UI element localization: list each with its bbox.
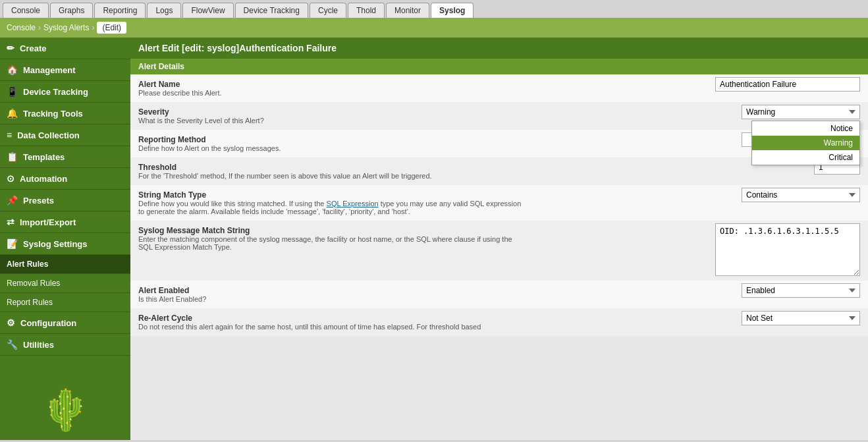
threshold-label: Threshold: [138, 160, 528, 172]
tab-cycle[interactable]: Cycle: [310, 3, 346, 18]
device-tracking-icon: 📱: [7, 86, 18, 97]
sidebar-item-removal-rules[interactable]: Removal Rules: [0, 274, 130, 293]
severity-select[interactable]: Notice Warning Critical: [742, 105, 860, 119]
sidebar-item-management[interactable]: 🏠 Management: [0, 59, 130, 81]
sidebar-item-tracking-tools[interactable]: 🔔 Tracking Tools: [0, 103, 130, 124]
string-match-type-desc: Define how you would like this string ma…: [138, 200, 528, 218]
presets-icon: 📌: [7, 195, 18, 206]
sidebar-item-utilities[interactable]: 🔧 Utilities: [0, 334, 130, 356]
severity-option-warning-item[interactable]: Warning: [752, 136, 859, 150]
alert-enabled-select[interactable]: Enabled Disabled: [742, 283, 860, 298]
sidebar-label-presets: Presets: [23, 196, 54, 206]
tab-console[interactable]: Console: [3, 3, 49, 18]
sidebar-label-tracking-tools: Tracking Tools: [23, 109, 83, 119]
cactus-area: 🌵: [0, 356, 130, 440]
data-collection-icon: ≡: [7, 130, 12, 140]
sidebar-item-templates[interactable]: 📋 Templates: [0, 146, 130, 168]
syslog-match-string-value-cell: OID: .1.3.6.1.6.3.1.1.5.5: [536, 221, 868, 281]
sql-link[interactable]: SQL Expression: [327, 200, 379, 207]
management-icon: 🏠: [7, 65, 18, 75]
field-label-cell: Re-Alert Cycle Do not resend this alert …: [130, 308, 536, 336]
sidebar-item-automation[interactable]: ⊙ Automation: [0, 168, 130, 190]
sidebar-label-management: Management: [23, 65, 75, 75]
import-export-icon: ⇄: [7, 217, 14, 227]
tab-flowview[interactable]: FlowView: [182, 3, 233, 18]
re-alert-cycle-value-cell: Not Set 5 Minutes 15 Minutes 30 Minutes …: [536, 308, 868, 336]
breadcrumb: Console › Syslog Alerts › (Edit): [0, 18, 868, 38]
sidebar-label-automation: Automation: [20, 174, 67, 184]
field-label-cell: Alert Name Please describe this Alert.: [130, 74, 536, 102]
utilities-icon: 🔧: [7, 339, 18, 350]
field-label-cell: Reporting Method Define how to Alert on …: [130, 130, 536, 157]
breadcrumb-console[interactable]: Console: [7, 23, 36, 32]
sidebar-label-import-export: Import/Export: [20, 217, 76, 227]
re-alert-cycle-select[interactable]: Not Set 5 Minutes 15 Minutes 30 Minutes …: [742, 311, 860, 325]
re-alert-cycle-label: Re-Alert Cycle: [138, 311, 528, 323]
tab-device-tracking[interactable]: Device Tracking: [235, 3, 308, 18]
sidebar-label-syslog-settings: Syslog Settings: [23, 239, 88, 249]
sidebar-item-import-export[interactable]: ⇄ Import/Export: [0, 211, 130, 233]
tab-monitor[interactable]: Monitor: [386, 3, 429, 18]
table-row: Alert Name Please describe this Alert.: [130, 74, 868, 102]
table-row: Re-Alert Cycle Do not resend this alert …: [130, 308, 868, 336]
sidebar-item-alert-rules[interactable]: Alert Rules: [0, 255, 130, 274]
tab-reporting[interactable]: Reporting: [94, 3, 146, 18]
tab-syslog[interactable]: Syslog: [431, 3, 474, 18]
re-alert-cycle-desc: Do not resend this alert again for the s…: [138, 323, 528, 333]
main-content: Alert Edit [edit: syslog]Authentication …: [130, 38, 868, 440]
sidebar-item-device-tracking[interactable]: 📱 Device Tracking: [0, 81, 130, 103]
severity-label: Severity: [138, 105, 528, 117]
string-match-type-label: String Match Type: [138, 188, 528, 200]
sidebar-item-syslog-settings[interactable]: 📝 Syslog Settings: [0, 233, 130, 255]
main-layout: ✏ Create 🏠 Management 📱 Device Tracking …: [0, 38, 868, 440]
sidebar-item-report-rules[interactable]: Report Rules: [0, 293, 130, 312]
page-title: Alert Edit [edit: syslog]Authentication …: [130, 38, 868, 59]
string-match-type-value-cell: Contains Exact SQL Expression: [536, 185, 868, 221]
templates-icon: 📋: [7, 152, 18, 162]
severity-option-notice-item[interactable]: Notice: [752, 121, 859, 136]
breadcrumb-syslog-alerts[interactable]: Syslog Alerts: [43, 23, 89, 32]
severity-option-critical-item[interactable]: Critical: [752, 150, 859, 165]
string-match-type-select[interactable]: Contains Exact SQL Expression: [742, 188, 860, 202]
field-label-cell: Alert Enabled Is this Alert Enabled?: [130, 281, 536, 308]
reporting-method-label: Reporting Method: [138, 132, 528, 144]
threshold-desc: For the 'Threshold' method, If the numbe…: [138, 172, 528, 182]
alert-name-value-cell: [536, 74, 868, 102]
severity-dropdown-wrapper: Notice Warning Critical Notice Warning C…: [742, 105, 860, 119]
sidebar-label-device-tracking: Device Tracking: [23, 87, 88, 97]
field-label-cell: Threshold For the 'Threshold' method, If…: [130, 157, 536, 185]
table-row: Severity What is the Severity Level of t…: [130, 102, 868, 130]
severity-dropdown-popup: Notice Warning Critical: [751, 121, 860, 165]
tab-thold[interactable]: Thold: [348, 3, 385, 18]
sidebar-label-configuration: Configuration: [20, 318, 76, 328]
sidebar-item-configuration[interactable]: ⚙ Configuration: [0, 312, 130, 334]
section-title: Alert Details: [130, 59, 868, 74]
sidebar-item-presets[interactable]: 📌 Presets: [0, 190, 130, 211]
alert-enabled-desc: Is this Alert Enabled?: [138, 295, 528, 306]
sidebar-item-create[interactable]: ✏ Create: [0, 38, 130, 59]
automation-icon: ⊙: [7, 173, 14, 184]
tab-graphs[interactable]: Graphs: [50, 3, 93, 18]
create-icon: ✏: [7, 43, 14, 53]
severity-value-cell: Notice Warning Critical Notice Warning C…: [536, 102, 868, 130]
alert-name-input[interactable]: [715, 77, 860, 92]
sidebar-item-data-collection[interactable]: ≡ Data Collection: [0, 124, 130, 146]
sidebar-label-create: Create: [20, 43, 46, 53]
form-table: Alert Name Please describe this Alert. S…: [130, 74, 868, 336]
breadcrumb-current: (Edit): [97, 22, 126, 34]
syslog-match-string-desc: Enter the matching component of the sysl…: [138, 235, 528, 254]
alert-name-label: Alert Name: [138, 77, 528, 89]
syslog-match-string-textarea[interactable]: OID: .1.3.6.1.6.3.1.1.5.5: [715, 223, 860, 276]
tab-logs[interactable]: Logs: [147, 3, 181, 18]
field-label-cell: Syslog Message Match String Enter the ma…: [130, 221, 536, 281]
table-row: String Match Type Define how you would l…: [130, 185, 868, 221]
alert-enabled-value-cell: Enabled Disabled: [536, 281, 868, 308]
top-tab-bar: Console Graphs Reporting Logs FlowView D…: [0, 0, 868, 18]
configuration-icon: ⚙: [7, 318, 15, 328]
table-row: Syslog Message Match String Enter the ma…: [130, 221, 868, 281]
severity-desc: What is the Severity Level of this Alert…: [138, 117, 528, 127]
syslog-settings-icon: 📝: [7, 238, 18, 249]
breadcrumb-sep1: ›: [38, 23, 41, 32]
tracking-tools-icon: 🔔: [7, 108, 18, 119]
sidebar-label-utilities: Utilities: [23, 340, 54, 350]
